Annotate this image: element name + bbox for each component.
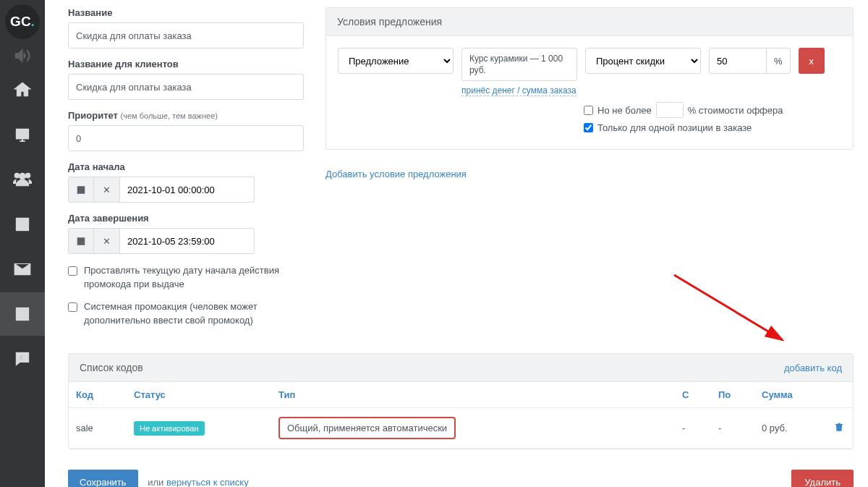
title-label: Название [68,7,304,18]
clear-date-icon[interactable]: ✕ [94,228,120,254]
system-promo-checkbox[interactable] [68,302,77,312]
single-position-label: Только для одной позиции в заказе [597,122,752,133]
cap-checkbox[interactable] [584,106,593,115]
remove-condition-button[interactable]: х [799,48,825,74]
client-title-input[interactable] [68,74,304,100]
start-date-input[interactable] [120,177,255,203]
cell-type: Общий, применяется автоматически [278,417,456,439]
codes-table: Код Статус Тип С По Сумма sale Не активи… [69,382,853,449]
svg-point-3 [20,312,25,316]
end-date-input[interactable] [120,228,255,254]
title-input[interactable] [68,22,304,48]
or-text: или вернуться к списку [148,477,248,487]
col-to[interactable]: По [711,382,754,408]
discount-type-select[interactable]: Процент скидки [585,48,701,74]
cap-label-pre: Но не более [597,105,652,116]
offer-name[interactable]: Курс курамики — 1 000 руб. [461,48,577,81]
status-badge: Не активирован [134,421,205,436]
main-content: Название Название для клиентов Приоритет… [45,0,868,487]
cell-to: - [711,408,754,449]
cap-label-post: % стоимости оффера [688,105,783,116]
conditions-header: Условия предложения [326,8,853,36]
cell-code: sale [69,408,127,449]
add-condition-link[interactable]: Добавить условие предложения [326,169,467,179]
col-code[interactable]: Код [69,382,127,408]
sidebar: GC. C [0,0,45,487]
conditions-panel: Условия предложения Предложение Курс кур… [326,7,854,150]
add-code-link[interactable]: добавить код [784,363,842,373]
volume-icon[interactable] [0,45,45,67]
settings-icon[interactable] [0,292,45,336]
priority-label: Приоритет (чем больше, тем важнее) [68,110,304,121]
cap-value-input[interactable] [656,102,684,118]
start-date-label: Дата начала [68,161,304,172]
unit-label: % [767,48,791,74]
col-status[interactable]: Статус [127,382,271,408]
chat-icon[interactable]: C [0,337,45,381]
logo[interactable]: GC. [5,4,40,39]
home-icon[interactable] [0,68,45,111]
client-title-label: Название для клиентов [68,59,304,69]
col-from[interactable]: С [675,382,711,408]
clear-date-icon[interactable]: ✕ [94,177,120,203]
calendar-icon[interactable] [68,177,94,203]
svg-text:C: C [20,353,25,361]
save-button[interactable]: Сохранить [68,470,138,487]
single-position-checkbox[interactable] [584,123,593,132]
col-type[interactable]: Тип [271,382,675,408]
chart-icon[interactable] [0,113,45,156]
users-icon[interactable] [0,158,45,201]
tasks-icon[interactable] [0,203,45,246]
discount-value-input[interactable] [709,48,767,74]
cell-sum: 0 руб. [754,408,827,449]
priority-input[interactable] [68,125,304,151]
table-row: sale Не активирован Общий, применяется а… [69,408,853,449]
set-current-date-label: Проставлять текущую дату начала действия… [84,264,286,292]
back-link[interactable]: вернуться к списку [166,477,249,487]
trash-icon[interactable] [834,423,844,434]
end-date-label: Дата завершения [68,213,304,224]
money-link[interactable]: принёс денег / сумма заказа [461,85,576,96]
cell-from: - [675,408,711,449]
codes-title: Список кодов [80,362,143,373]
set-current-date-checkbox[interactable] [68,266,77,276]
col-sum[interactable]: Сумма [754,382,827,408]
calendar-icon[interactable] [68,228,94,254]
mail-icon[interactable] [0,247,45,291]
delete-button[interactable]: Удалить [791,470,854,487]
condition-type-select[interactable]: Предложение [338,48,454,74]
system-promo-label: Системная промоакция (человек может допо… [84,300,286,328]
codes-panel: Список кодов добавить код Код Статус Тип… [68,353,854,449]
